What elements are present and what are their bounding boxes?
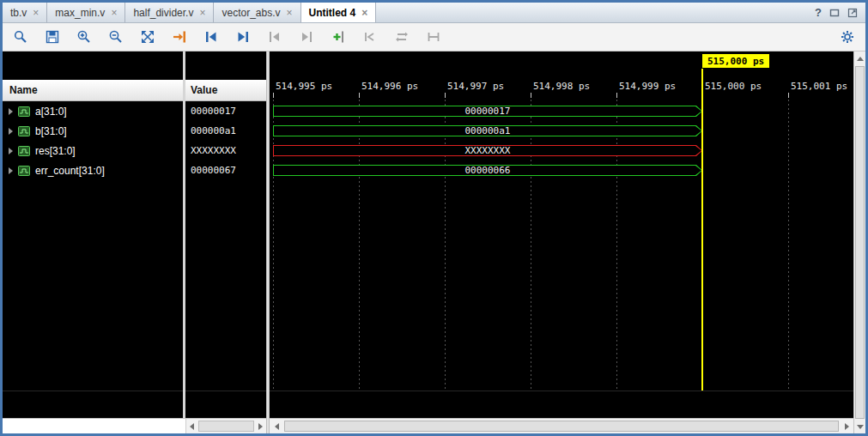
arrow-down-icon — [857, 425, 864, 429]
tab-vector-abs-v[interactable]: vector_abs.v × — [214, 3, 300, 22]
tab-close-icon[interactable]: × — [361, 8, 367, 18]
save-button[interactable] — [44, 28, 61, 45]
tab-label: max_min.v — [55, 7, 105, 19]
tab-bar-controls: ? — [815, 3, 865, 22]
scroll-left-button[interactable] — [270, 419, 283, 433]
signal-row[interactable]: a[31:0] 00000017 — [3, 101, 266, 121]
time-range-icon — [426, 29, 441, 45]
zoom-fit-button[interactable] — [139, 28, 156, 45]
swap-cursors-icon — [394, 29, 410, 45]
signals-panel: Name Value a[31:0] 00000017 b[31:0] 0000… — [3, 51, 266, 433]
swap-cursors-button[interactable] — [393, 28, 410, 45]
signal-value: 00000067 — [183, 165, 236, 176]
zoom-fit-icon — [140, 29, 155, 45]
scroll-down-button[interactable] — [854, 420, 865, 433]
name-value-column-splitter[interactable] — [183, 51, 185, 418]
scroll-right-button[interactable] — [840, 419, 853, 433]
tab-label: Untitled 4 — [309, 7, 356, 19]
tab-close-icon[interactable]: × — [287, 8, 293, 18]
scroll-right-button[interactable] — [255, 419, 266, 433]
time-range-button[interactable] — [425, 28, 442, 45]
tab-close-icon[interactable]: × — [199, 8, 205, 18]
signal-value: 00000017 — [183, 106, 236, 117]
tab-tb-v[interactable]: tb.v × — [3, 3, 47, 22]
maximize-window-icon[interactable] — [847, 8, 858, 18]
previous-marker-button[interactable] — [266, 28, 283, 45]
waveform-end-divider — [270, 391, 853, 391]
zoom-out-icon — [108, 29, 124, 45]
bus-value: 00000066 — [273, 165, 702, 176]
float-window-icon[interactable] — [829, 8, 840, 18]
scroll-up-button[interactable] — [854, 51, 865, 65]
waveform-horizontal-scrollbar[interactable] — [270, 418, 853, 433]
settings-button[interactable] — [839, 28, 856, 45]
wave-toolbar — [3, 23, 865, 51]
signal-row[interactable]: b[31:0] 000000a1 — [3, 121, 266, 141]
waveform-bus[interactable]: 00000017 — [273, 106, 702, 117]
next-marker-button[interactable] — [298, 28, 315, 45]
next-transition-button[interactable] — [234, 28, 252, 45]
expand-arrow-icon[interactable] — [9, 148, 13, 154]
waveform-bus[interactable]: XXXXXXXX — [273, 145, 702, 156]
tab-half-divider-v[interactable]: half_divider.v × — [125, 3, 214, 22]
help-button[interactable]: ? — [815, 6, 822, 19]
cursor-label-strip: 515,000 ps — [270, 51, 853, 74]
arrow-left-icon — [190, 423, 194, 430]
expand-arrow-icon[interactable] — [9, 128, 13, 135]
name-column-header: Name — [3, 84, 183, 96]
arrow-up-icon — [857, 57, 864, 61]
zoom-out-button[interactable] — [107, 28, 124, 45]
scrollbar-thumb[interactable] — [198, 421, 254, 432]
scrollbar-thumb[interactable] — [855, 66, 865, 419]
waveform-canvas[interactable]: 00000017 000000a1 XXXXXXXX — [270, 100, 853, 418]
signal-icon — [18, 106, 30, 117]
signal-row[interactable]: res[31:0] XXXXXXXX — [3, 141, 266, 160]
previous-transition-button[interactable] — [203, 28, 220, 45]
signal-icon — [18, 166, 30, 176]
cursor-time-label[interactable]: 515,000 ps — [702, 54, 769, 68]
signal-icon — [18, 146, 30, 156]
arrow-right-icon — [258, 423, 263, 430]
go-to-time-icon — [172, 29, 187, 45]
scrollbar-track[interactable] — [197, 419, 255, 433]
waveform-bus[interactable]: 000000a1 — [273, 125, 702, 136]
previous-marker-icon — [267, 29, 282, 45]
find-icon — [13, 29, 28, 45]
scrollbar-track[interactable] — [283, 419, 840, 433]
signal-name: err_count[31:0] — [35, 165, 105, 177]
waveform-row: 00000066 — [270, 160, 853, 180]
scrollbar-thumb[interactable] — [284, 421, 839, 432]
tab-close-icon[interactable]: × — [33, 8, 39, 18]
bus-value: 00000017 — [273, 106, 702, 117]
value-column-header: Value — [183, 84, 217, 96]
next-marker-icon — [299, 29, 314, 45]
waveform-bus[interactable]: 00000066 — [273, 165, 702, 176]
time-ruler[interactable]: 514,995 ps 514,996 ps 514,997 ps 514,998… — [270, 74, 853, 100]
tab-untitled-4[interactable]: Untitled 4 × — [301, 3, 377, 22]
waveform-row: 000000a1 — [270, 121, 853, 141]
tab-close-icon[interactable]: × — [111, 8, 117, 18]
expand-arrow-icon[interactable] — [9, 108, 13, 115]
signals-list-end-divider — [3, 391, 266, 391]
signal-name: b[31:0] — [35, 125, 67, 137]
next-transition-icon — [235, 29, 251, 45]
zoom-in-button[interactable] — [76, 28, 93, 45]
value-column-scrollbar[interactable] — [185, 419, 266, 433]
tab-max-min-v[interactable]: max_min.v × — [47, 3, 125, 22]
go-to-time-button[interactable] — [171, 28, 188, 45]
scroll-left-button[interactable] — [186, 419, 197, 433]
signals-header-row: Name Value — [3, 80, 266, 101]
find-button[interactable] — [12, 28, 29, 45]
zoom-in-icon — [76, 29, 92, 45]
tab-bar: tb.v × max_min.v × half_divider.v × vect… — [3, 3, 865, 23]
expand-arrow-icon[interactable] — [9, 167, 13, 174]
add-marker-button[interactable] — [330, 28, 347, 45]
tab-label: half_divider.v — [133, 7, 193, 19]
signal-value: XXXXXXXX — [183, 145, 236, 156]
go-to-start-icon — [362, 29, 378, 45]
signal-row[interactable]: err_count[31:0] 00000067 — [3, 160, 266, 180]
vertical-scrollbar[interactable] — [853, 51, 865, 433]
go-to-start-button[interactable] — [361, 28, 379, 45]
signal-name: res[31:0] — [35, 145, 76, 157]
cursor-line[interactable] — [701, 69, 703, 391]
